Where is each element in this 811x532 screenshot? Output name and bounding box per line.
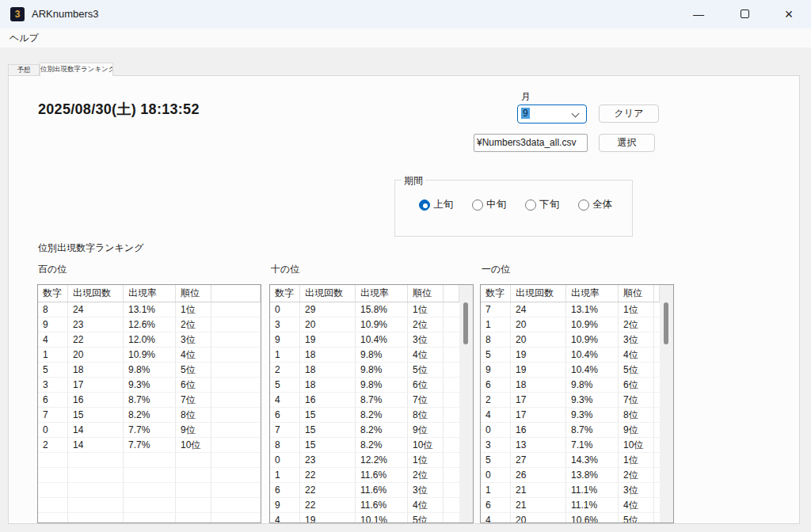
- table-cell: 8: [270, 438, 300, 452]
- table-cell: 23: [300, 453, 356, 467]
- table-cell: 10.4%: [356, 332, 408, 347]
- csv-path-field[interactable]: ¥Numbers3data_all.csv: [474, 134, 588, 152]
- table-cell: 7位: [176, 393, 211, 407]
- table-cell: 9.8%: [124, 363, 176, 377]
- table-cell: 18: [300, 363, 356, 377]
- table-row: [38, 453, 261, 468]
- filler-cell: [654, 423, 660, 437]
- table-cell: 10.9%: [356, 317, 408, 332]
- table-row: 52714.3%1位: [481, 453, 660, 468]
- period-radio-中旬[interactable]: 中旬: [472, 198, 506, 211]
- table-cell: 3: [481, 438, 511, 452]
- filler-cell: [654, 408, 660, 422]
- table-cell: 20: [511, 513, 566, 522]
- table-cell: 19: [300, 332, 356, 347]
- table-row: 92312.6%2位: [38, 317, 261, 332]
- table-cell: [38, 453, 68, 467]
- table-cell: 9.3%: [566, 393, 619, 407]
- scrollbar-thumb[interactable]: [664, 302, 668, 344]
- tab-ranking[interactable]: 位別出現数字ランキング: [40, 63, 113, 76]
- table-cell: [124, 468, 176, 482]
- maximize-button[interactable]: [726, 0, 763, 28]
- table-cell: 3位: [619, 332, 654, 347]
- table-cell: 2位: [408, 317, 444, 332]
- minimize-button[interactable]: —: [680, 0, 717, 28]
- select-file-button[interactable]: 選択: [599, 134, 655, 152]
- table-cell: [124, 498, 176, 512]
- table-cell: 9.8%: [356, 378, 408, 392]
- table-cell: 8.7%: [566, 423, 619, 437]
- table-cell: [124, 513, 176, 522]
- table-cell: 7.7%: [124, 438, 176, 452]
- table-row: 91910.4%5位: [481, 363, 660, 378]
- table-cell: 8: [38, 302, 68, 317]
- period-radio-上旬[interactable]: 上旬: [419, 198, 453, 211]
- month-label: 月: [521, 90, 531, 104]
- table-cell: 1: [481, 483, 511, 497]
- table-cell: [176, 498, 211, 512]
- table-row: 02312.2%1位: [270, 453, 459, 468]
- filler-cell: [444, 363, 459, 377]
- filler-cell: [654, 332, 660, 347]
- header-cell: 順位: [408, 285, 444, 302]
- filler-cell: [444, 513, 459, 522]
- table-cell: 27: [511, 453, 566, 467]
- table-cell: [68, 468, 124, 482]
- datetime-label: 2025/08/30(土) 18:13:52: [38, 100, 200, 119]
- header-cell: 出現率: [124, 285, 176, 302]
- period-radio-下旬[interactable]: 下旬: [525, 198, 559, 211]
- menu-help[interactable]: ヘルプ: [6, 28, 42, 48]
- table-cell: 15: [68, 408, 124, 422]
- table-cell: 0: [481, 468, 511, 482]
- table-cell: 7: [481, 302, 511, 317]
- table-cell: [38, 468, 68, 482]
- table-cell: 21: [511, 498, 566, 512]
- table-cell: 5: [481, 348, 511, 362]
- table-row: 02915.8%1位: [270, 302, 459, 317]
- section-title: 位別出現数字ランキング: [38, 241, 143, 255]
- table-cell: 14: [68, 423, 124, 437]
- table-cell: 9: [270, 332, 300, 347]
- filler-cell: [444, 393, 459, 407]
- table-cell: 22: [300, 468, 356, 482]
- table-row: 02613.8%2位: [481, 468, 660, 483]
- app-window: 3 ARKnumbers3 — × ヘルプ 予想 位別出現数字ランキング 202…: [0, 0, 811, 532]
- period-groupbox: 期間 上旬中旬下旬全体: [394, 180, 633, 237]
- table-cell: 10.6%: [566, 513, 619, 522]
- table-cell: 6位: [619, 378, 654, 392]
- table-cell: 9: [38, 317, 68, 332]
- table-row: 3179.3%6位: [38, 378, 261, 393]
- table-cell: 9位: [176, 423, 211, 437]
- clear-button[interactable]: クリア: [599, 104, 659, 123]
- table-cell: 16: [300, 393, 356, 407]
- table-cell: 2位: [619, 317, 654, 332]
- month-combobox[interactable]: 9: [517, 104, 587, 124]
- table-cell: [68, 498, 124, 512]
- period-radio-全体[interactable]: 全体: [578, 198, 612, 211]
- table-row: 51910.4%4位: [481, 348, 660, 363]
- vertical-scrollbar[interactable]: [459, 285, 473, 522]
- tab-yosou[interactable]: 予想: [8, 64, 40, 76]
- table-row: 6168.7%7位: [38, 393, 261, 408]
- header-cell: 数字: [481, 285, 511, 302]
- table-cell: 15: [300, 408, 356, 422]
- table-cell: 8位: [176, 408, 211, 422]
- header-cell: 順位: [619, 285, 654, 302]
- table-cell: 1: [270, 348, 300, 362]
- scrollbar-thumb[interactable]: [463, 302, 468, 344]
- table-cell: [68, 453, 124, 467]
- table-header-row: 数字出現回数出現率順位: [270, 285, 459, 302]
- table-cell: 7: [38, 408, 68, 422]
- filler-cell: [211, 453, 261, 467]
- table-cell: 15.8%: [356, 302, 408, 317]
- table-cell: 7.1%: [566, 438, 619, 452]
- table-cell: 12.0%: [124, 332, 176, 347]
- table-cell: 11.1%: [566, 483, 619, 497]
- table-row: 0168.7%9位: [481, 423, 660, 438]
- table-cell: [176, 483, 211, 497]
- filler-cell: [211, 317, 261, 332]
- close-button[interactable]: ×: [771, 0, 807, 28]
- month-value: 9: [521, 108, 530, 119]
- vertical-scrollbar[interactable]: [660, 285, 673, 522]
- tens-label: 十の位: [271, 263, 299, 276]
